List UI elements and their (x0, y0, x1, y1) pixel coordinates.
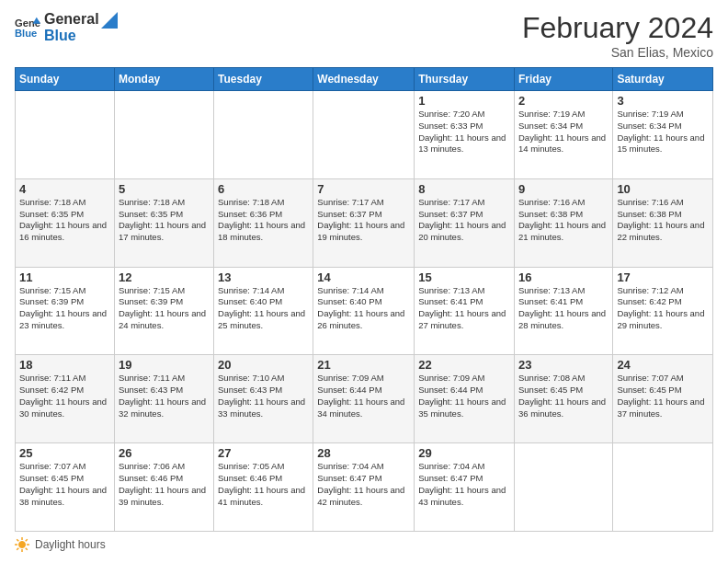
day-info: Sunrise: 7:19 AM Sunset: 6:34 PM Dayligh… (617, 109, 709, 155)
day-info: Sunrise: 7:15 AM Sunset: 6:39 PM Dayligh… (119, 285, 210, 332)
calendar-cell: 24Sunrise: 7:07 AM Sunset: 6:45 PM Dayli… (613, 355, 713, 443)
calendar-cell: 21Sunrise: 7:09 AM Sunset: 6:44 PM Dayli… (313, 355, 415, 443)
day-number: 17 (617, 270, 709, 284)
logo-triangle-icon (97, 12, 118, 32)
svg-point-4 (19, 542, 26, 548)
day-number: 26 (119, 446, 210, 460)
month-title: February 2024 (522, 11, 713, 45)
location-subtitle: San Elias, Mexico (522, 45, 713, 60)
calendar-cell: 1Sunrise: 7:20 AM Sunset: 6:33 PM Daylig… (415, 91, 515, 179)
weekday-header-friday: Friday (514, 68, 612, 91)
day-info: Sunrise: 7:11 AM Sunset: 6:42 PM Dayligh… (19, 373, 110, 419)
day-number: 11 (19, 270, 110, 284)
day-number: 27 (218, 446, 309, 460)
calendar-week-0: 1Sunrise: 7:20 AM Sunset: 6:33 PM Daylig… (16, 91, 713, 179)
day-info: Sunrise: 7:07 AM Sunset: 6:45 PM Dayligh… (19, 461, 110, 508)
weekday-header-saturday: Saturday (613, 68, 713, 91)
calendar-cell: 4Sunrise: 7:18 AM Sunset: 6:35 PM Daylig… (16, 178, 115, 267)
calendar-cell: 9Sunrise: 7:16 AM Sunset: 6:38 PM Daylig… (514, 178, 612, 267)
day-number: 15 (418, 270, 510, 284)
calendar-cell: 10Sunrise: 7:16 AM Sunset: 6:38 PM Dayli… (613, 178, 713, 267)
day-number: 16 (518, 270, 609, 284)
day-info: Sunrise: 7:10 AM Sunset: 6:43 PM Dayligh… (218, 373, 309, 419)
day-number: 6 (218, 182, 309, 196)
day-info: Sunrise: 7:13 AM Sunset: 6:41 PM Dayligh… (518, 285, 609, 332)
day-number: 19 (119, 358, 210, 372)
day-info: Sunrise: 7:17 AM Sunset: 6:37 PM Dayligh… (317, 197, 410, 244)
calendar-cell: 14Sunrise: 7:14 AM Sunset: 6:40 PM Dayli… (313, 267, 415, 355)
calendar-cell (313, 91, 415, 179)
calendar-week-2: 11Sunrise: 7:15 AM Sunset: 6:39 PM Dayli… (16, 267, 713, 355)
day-info: Sunrise: 7:06 AM Sunset: 6:46 PM Dayligh… (119, 461, 210, 508)
calendar-cell (514, 443, 612, 532)
calendar-week-1: 4Sunrise: 7:18 AM Sunset: 6:35 PM Daylig… (16, 178, 713, 267)
calendar-cell: 20Sunrise: 7:10 AM Sunset: 6:43 PM Dayli… (214, 355, 313, 443)
calendar-cell: 12Sunrise: 7:15 AM Sunset: 6:39 PM Dayli… (114, 267, 213, 355)
day-number: 5 (119, 182, 210, 196)
day-info: Sunrise: 7:19 AM Sunset: 6:34 PM Dayligh… (518, 109, 609, 155)
day-info: Sunrise: 7:13 AM Sunset: 6:41 PM Dayligh… (418, 285, 510, 332)
day-info: Sunrise: 7:09 AM Sunset: 6:44 PM Dayligh… (418, 373, 510, 419)
day-info: Sunrise: 7:18 AM Sunset: 6:35 PM Dayligh… (119, 197, 210, 244)
calendar-cell: 18Sunrise: 7:11 AM Sunset: 6:42 PM Dayli… (16, 355, 115, 443)
svg-line-11 (26, 539, 28, 541)
day-info: Sunrise: 7:14 AM Sunset: 6:40 PM Dayligh… (317, 285, 410, 332)
weekday-header-tuesday: Tuesday (214, 68, 313, 91)
calendar-cell: 2Sunrise: 7:19 AM Sunset: 6:34 PM Daylig… (514, 91, 612, 179)
calendar-cell (114, 91, 213, 179)
weekday-header-wednesday: Wednesday (313, 68, 415, 91)
svg-line-9 (17, 539, 18, 541)
day-info: Sunrise: 7:14 AM Sunset: 6:40 PM Dayligh… (218, 285, 309, 332)
calendar-header-row: SundayMondayTuesdayWednesdayThursdayFrid… (16, 68, 713, 91)
calendar-cell: 27Sunrise: 7:05 AM Sunset: 6:46 PM Dayli… (214, 443, 313, 532)
day-number: 23 (518, 358, 609, 372)
calendar-cell: 16Sunrise: 7:13 AM Sunset: 6:41 PM Dayli… (514, 267, 612, 355)
day-number: 3 (617, 94, 709, 108)
svg-text:Blue: Blue (15, 27, 37, 38)
day-info: Sunrise: 7:11 AM Sunset: 6:43 PM Dayligh… (119, 373, 210, 419)
calendar-week-3: 18Sunrise: 7:11 AM Sunset: 6:42 PM Dayli… (16, 355, 713, 443)
svg-line-12 (17, 548, 18, 550)
sun-icon (15, 537, 29, 552)
page: General Blue General Blue February 2024 … (0, 0, 728, 563)
day-info: Sunrise: 7:09 AM Sunset: 6:44 PM Dayligh… (317, 373, 410, 419)
calendar-cell: 3Sunrise: 7:19 AM Sunset: 6:34 PM Daylig… (613, 91, 713, 179)
day-number: 12 (119, 270, 210, 284)
calendar-cell: 11Sunrise: 7:15 AM Sunset: 6:39 PM Dayli… (16, 267, 115, 355)
calendar-cell: 8Sunrise: 7:17 AM Sunset: 6:37 PM Daylig… (415, 178, 515, 267)
calendar-cell: 25Sunrise: 7:07 AM Sunset: 6:45 PM Dayli… (16, 443, 115, 532)
calendar-cell: 22Sunrise: 7:09 AM Sunset: 6:44 PM Dayli… (415, 355, 515, 443)
day-number: 29 (418, 446, 510, 460)
day-number: 1 (418, 94, 510, 108)
calendar-cell: 17Sunrise: 7:12 AM Sunset: 6:42 PM Dayli… (613, 267, 713, 355)
weekday-header-thursday: Thursday (415, 68, 515, 91)
weekday-header-sunday: Sunday (16, 68, 115, 91)
logo-general: General (44, 11, 99, 28)
logo: General Blue General Blue (15, 11, 118, 43)
day-info: Sunrise: 7:16 AM Sunset: 6:38 PM Dayligh… (617, 197, 709, 244)
day-number: 10 (617, 182, 709, 196)
calendar-cell: 19Sunrise: 7:11 AM Sunset: 6:43 PM Dayli… (114, 355, 213, 443)
header: General Blue General Blue February 2024 … (15, 11, 713, 60)
weekday-header-monday: Monday (114, 68, 213, 91)
logo-blue: Blue (44, 28, 99, 44)
day-info: Sunrise: 7:18 AM Sunset: 6:35 PM Dayligh… (19, 197, 110, 244)
calendar-cell: 6Sunrise: 7:18 AM Sunset: 6:36 PM Daylig… (214, 178, 313, 267)
calendar-cell: 26Sunrise: 7:06 AM Sunset: 6:46 PM Dayli… (114, 443, 213, 532)
day-info: Sunrise: 7:07 AM Sunset: 6:45 PM Dayligh… (617, 373, 709, 419)
day-info: Sunrise: 7:18 AM Sunset: 6:36 PM Dayligh… (218, 197, 309, 244)
svg-marker-3 (101, 12, 118, 29)
day-number: 13 (218, 270, 309, 284)
calendar-cell: 15Sunrise: 7:13 AM Sunset: 6:41 PM Dayli… (415, 267, 515, 355)
day-number: 4 (19, 182, 110, 196)
day-info: Sunrise: 7:04 AM Sunset: 6:47 PM Dayligh… (418, 461, 510, 508)
calendar-cell: 13Sunrise: 7:14 AM Sunset: 6:40 PM Dayli… (214, 267, 313, 355)
day-info: Sunrise: 7:12 AM Sunset: 6:42 PM Dayligh… (617, 285, 709, 332)
calendar-table: SundayMondayTuesdayWednesdayThursdayFrid… (15, 67, 713, 532)
day-info: Sunrise: 7:16 AM Sunset: 6:38 PM Dayligh… (518, 197, 609, 244)
day-info: Sunrise: 7:05 AM Sunset: 6:46 PM Dayligh… (218, 461, 309, 508)
svg-line-10 (26, 548, 28, 550)
day-number: 22 (418, 358, 510, 372)
title-block: February 2024 San Elias, Mexico (522, 11, 713, 60)
calendar-cell: 23Sunrise: 7:08 AM Sunset: 6:45 PM Dayli… (514, 355, 612, 443)
